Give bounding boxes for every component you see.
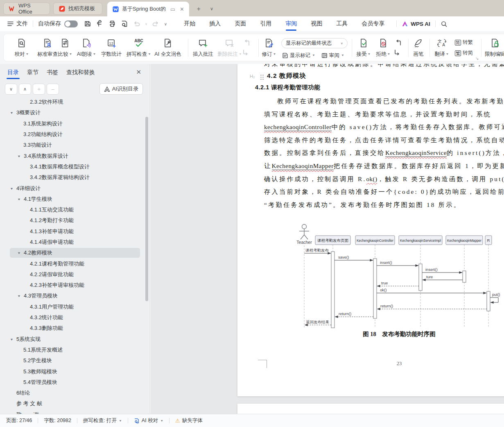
toc-item[interactable]: 致 谢: [0, 409, 144, 414]
next-comment-icon[interactable]: [243, 50, 250, 56]
toc-item[interactable]: ▼4详细设计: [0, 183, 144, 193]
restrict-editing-button[interactable]: 限制编辑: [483, 36, 504, 59]
ribbon-tab-6[interactable]: 工具: [329, 17, 355, 30]
toc-item[interactable]: 4.1.3补签申请功能: [0, 226, 144, 237]
print-button[interactable]: [108, 20, 116, 28]
toc-item[interactable]: 4.1.1互动交流功能: [0, 204, 144, 215]
document-text-line[interactable]: 确认操作成功，控制器调用 R.ok()，触发 R 类无参构造函数，调用 put(…: [264, 173, 504, 186]
toc-expand-arrow[interactable]: ▼: [10, 337, 14, 341]
translate-button[interactable]: 文 A 翻译▼: [431, 36, 452, 59]
paragraph-drag-handle-icon[interactable]: [260, 74, 264, 80]
ribbon-tab-2[interactable]: 页面: [228, 17, 253, 30]
next-revision-icon[interactable]: [394, 50, 401, 56]
toc-item[interactable]: 3.1系统架构设计: [0, 118, 144, 129]
simplified-to-traditional-button[interactable]: 简 转繁: [455, 39, 473, 46]
ribbon-tab-1[interactable]: 插入: [202, 17, 228, 30]
wps-ai-button[interactable]: WPS AI: [402, 21, 430, 27]
toc-item[interactable]: 4.1.2考勤打卡功能: [0, 215, 144, 226]
toc-item[interactable]: 3.2功能结构设计: [0, 129, 144, 140]
prev-revision-icon[interactable]: [394, 40, 401, 46]
proofread-button[interactable]: 校对▼: [10, 36, 33, 59]
sidebar-tab-contents[interactable]: 目录: [7, 65, 20, 80]
tab-close-icon[interactable]: ✕: [180, 6, 184, 12]
ribbon-tab-4[interactable]: 审阅: [278, 17, 304, 30]
export-pdf-button[interactable]: [96, 20, 104, 28]
sidebar-tab-chapters[interactable]: 章节: [26, 65, 39, 80]
toc-item[interactable]: ▼4.2教师模块: [0, 248, 144, 258]
ink-pen-button[interactable]: 画笔: [409, 36, 428, 59]
tab-wps-office[interactable]: WPS Office: [3, 2, 50, 15]
sidebar-scrollbar[interactable]: [145, 97, 148, 414]
next-page-edge[interactable]: [237, 404, 504, 414]
sidebar-tab-find-replace[interactable]: 查找和替换: [66, 65, 96, 80]
customize-toolbar-caret[interactable]: ∨: [164, 22, 167, 26]
prev-comment-icon[interactable]: [243, 40, 250, 46]
document-text-line[interactable]: kechengkaoqinController 中的 save()方法，将考勤任…: [264, 121, 504, 134]
redo-button[interactable]: [152, 20, 160, 28]
toc-item[interactable]: 5.3教师端模块: [0, 366, 144, 377]
toc-item[interactable]: 4.3.2统计功能: [0, 312, 144, 323]
toc-item[interactable]: ▼5系统实现: [0, 334, 144, 345]
toc-item[interactable]: 6结论: [0, 388, 144, 398]
toc-expand-arrow[interactable]: ▼: [17, 154, 21, 158]
sidebar-close-icon[interactable]: ✕: [136, 68, 141, 76]
ai-proofread-status[interactable]: AI 校对▼: [134, 417, 163, 424]
document-page[interactable]: 对未审核的申请进行修改或删除。申请结果通过系统反馈给学生，无需繁琐流程 H₂ 4…: [237, 64, 504, 396]
toc-item[interactable]: ▼3概要设计: [0, 107, 144, 118]
compare-button[interactable]: 比较▼: [54, 36, 76, 59]
toc-item[interactable]: 4.2.1课程考勤管理功能: [0, 258, 144, 269]
print-preview-button[interactable]: [120, 20, 128, 28]
ribbon-tab-3[interactable]: 引用: [253, 17, 278, 30]
toc-expand-arrow[interactable]: ▼: [17, 294, 21, 298]
toc-collapse-all-button[interactable]: −: [47, 84, 59, 95]
new-tab-button[interactable]: ＋: [194, 4, 203, 13]
reject-revision-button[interactable]: 拒绝▼: [373, 36, 393, 59]
traditional-to-simplified-button[interactable]: 繁 转简: [455, 50, 473, 57]
toc-expand-arrow[interactable]: ▼: [17, 251, 21, 255]
tab-document-active[interactable]: 基于Spring Boot的校园学生 ▭ ✕: [107, 2, 189, 16]
document-text-line[interactable]: “考勤任务发布成功”。发布考勤任务时序图如图 18 所示。: [264, 198, 504, 211]
toc-prev-heading-button[interactable]: ∧: [19, 84, 31, 95]
subsection-heading[interactable]: 4.2.1 课程考勤管理功能: [255, 84, 320, 91]
track-changes-button[interactable]: 修订▼: [259, 36, 279, 59]
undo-button[interactable]: [133, 20, 140, 28]
missing-font-warning[interactable]: ⚠ 缺失字体: [175, 417, 203, 424]
page-indicator[interactable]: 页面: 27/46: [6, 417, 32, 424]
markup-state-dropdown[interactable]: 显示标记的最终状态 ∨: [281, 38, 348, 48]
toc-item[interactable]: 3.3功能设计: [0, 140, 144, 150]
toc-next-heading-button[interactable]: ∨: [5, 84, 17, 95]
document-text-line[interactable]: 让 KechengkaoqinMapper 把任务存进数据库。数据库存好后返回 …: [264, 160, 504, 173]
toc-item[interactable]: 3.4.2数据库逻辑结构设计: [0, 172, 144, 183]
toc-item[interactable]: 5.2学生模块: [0, 355, 144, 366]
toc-item[interactable]: 3.4.1数据库概念模型设计: [0, 161, 144, 172]
word-count-button[interactable]: 12 字数统计: [98, 36, 125, 59]
spell-check-button[interactable]: ABC 拼写检查▼: [124, 36, 154, 59]
toc-expand-all-button[interactable]: ＋: [33, 84, 45, 95]
save-button[interactable]: [84, 20, 91, 28]
toc-item[interactable]: 参 考 文 献: [0, 398, 144, 409]
ai-recognize-toc-button[interactable]: AI识别目录: [99, 83, 143, 95]
toc-expand-arrow[interactable]: ▼: [17, 198, 21, 201]
file-menu[interactable]: 文件: [7, 20, 28, 27]
toc-item[interactable]: 4.3.1用户管理功能: [0, 302, 144, 312]
document-text-line[interactable]: 填写课程名称、考勤主题、考勤要求等信息，并设置考勤时间，系统: [264, 108, 504, 121]
toc-item[interactable]: 5.1系统开发概述: [0, 345, 144, 355]
section-heading[interactable]: 4.2 教师模块: [267, 72, 306, 80]
ribbon-tab-5[interactable]: 视图: [304, 17, 329, 30]
autosave-toggle[interactable]: [64, 20, 78, 27]
spellcheck-status[interactable]: 拼写检查: 打开▼: [83, 417, 122, 424]
toc-item[interactable]: 2.3.2软件环境: [0, 97, 144, 107]
document-text-line[interactable]: 存入当前对象，R 类会自动准备好一个{code: 0}的成功响应，返回给前端界面…: [264, 186, 504, 199]
insert-comment-button[interactable]: 插入批注: [190, 36, 216, 59]
toc-item[interactable]: 4.3.3删除功能: [0, 323, 144, 334]
document-text-line[interactable]: 数据。控制器拿到任务后，直接交给 KechengkaoqinService 的 …: [264, 147, 504, 160]
document-text-line[interactable]: 对未审核的申请进行修改或删除。申请结果通过系统反馈给学生，无需繁琐流程: [264, 64, 504, 68]
delete-comment-button[interactable]: 删除批注▼: [215, 36, 244, 59]
tab-comment-icon[interactable]: ▭: [170, 6, 175, 12]
toc-item[interactable]: 4.2.3补签申请审核功能: [0, 280, 144, 291]
toc-item[interactable]: 5.4管理员模块: [0, 377, 144, 388]
ribbon-tab-7[interactable]: 会员专享: [355, 17, 391, 30]
toc-expand-arrow[interactable]: ▼: [10, 186, 14, 190]
toc-item[interactable]: ▼4.1学生模块: [0, 194, 144, 204]
undo-caret[interactable]: ∨: [145, 22, 147, 26]
